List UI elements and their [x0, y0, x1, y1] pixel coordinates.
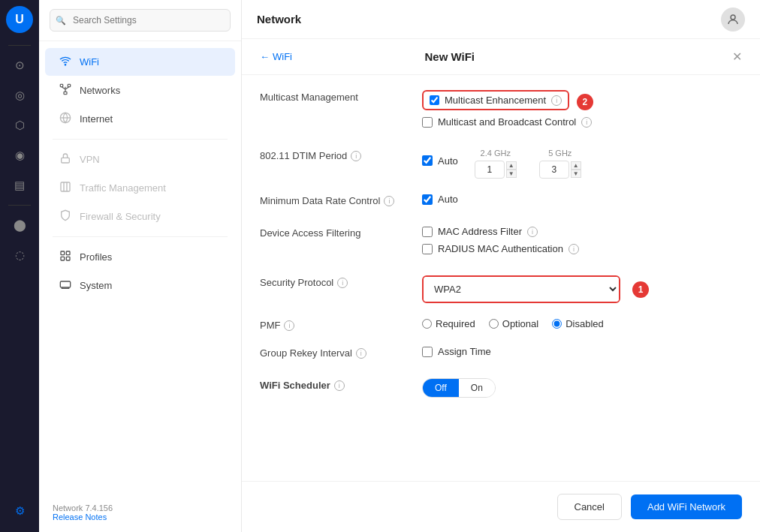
multicast-broadcast-info-icon[interactable]: i [581, 117, 592, 128]
settings-gear-icon[interactable]: ⚙ [6, 497, 33, 524]
user-avatar[interactable] [721, 8, 745, 32]
group-rekey-row: Group Rekey Interval i Assign Time [260, 346, 742, 363]
mac-filter-info-icon[interactable]: i [527, 227, 538, 237]
pmf-required-radio[interactable] [422, 319, 432, 329]
radius-mac-row: RADIUS MAC Authentication i [422, 243, 742, 254]
min-data-auto-checkbox[interactable] [422, 194, 433, 205]
form-area: ← WiFi New WiFi ✕ Multicast Management M… [242, 39, 760, 532]
security-protocol-control: WPA2 WPA3 WPA2/WPA3 Open 1 [422, 275, 742, 303]
group-rekey-info-icon[interactable]: i [356, 348, 366, 359]
pmf-disabled-radio[interactable] [552, 319, 562, 329]
radius-mac-label: RADIUS MAC Authentication [438, 243, 563, 254]
multicast-management-control: Multicast Enhancement i 2 Multicast and … [422, 90, 742, 134]
scheduler-on-button[interactable]: On [459, 379, 495, 397]
security-protocol-highlight-box: WPA2 WPA3 WPA2/WPA3 Open [422, 275, 620, 303]
svg-rect-10 [61, 182, 70, 191]
security-protocol-row: Security Protocol i WPA2 WPA3 WPA2/WPA3 … [260, 275, 742, 303]
svg-rect-3 [64, 92, 67, 94]
topology-icon[interactable]: ⬡ [6, 112, 33, 139]
network-icon [59, 83, 72, 98]
dtim-auto-checkbox[interactable] [422, 155, 433, 166]
multicast-management-row: Multicast Management Multicast Enhanceme… [260, 90, 742, 134]
assign-time-row: Assign Time [422, 346, 742, 357]
pmf-info-icon[interactable]: i [284, 320, 294, 331]
sidebar-item-profiles[interactable]: Profiles [45, 243, 235, 271]
add-wifi-button[interactable]: Add WiFi Network [631, 494, 742, 519]
min-data-rate-label: Minimum Data Rate Control i [260, 194, 410, 206]
cancel-button[interactable]: Cancel [557, 494, 622, 520]
multicast-broadcast-checkbox[interactable] [422, 117, 433, 128]
back-button[interactable]: ← WiFi [260, 51, 292, 62]
close-button[interactable]: ✕ [732, 50, 742, 64]
svg-rect-14 [66, 251, 70, 255]
mac-filter-row: MAC Address Filter i [422, 226, 742, 237]
svg-point-21 [731, 15, 735, 20]
security-shield-icon[interactable]: ⬤ [6, 212, 33, 239]
sidebar-item-vpn-label: VPN [80, 154, 100, 165]
svg-rect-2 [68, 84, 70, 86]
sidebar: WiFi Networks Internet [39, 0, 242, 532]
status-icon[interactable]: ◌ [6, 242, 33, 269]
sidebar-item-system-label: System [80, 280, 112, 291]
svg-point-0 [65, 65, 65, 65]
dtim-24ghz-label: 2.4 GHz [481, 149, 511, 158]
pmf-row: PMF i Required Optional [260, 318, 742, 331]
pmf-optional-radio[interactable] [489, 319, 499, 329]
min-data-rate-control: Auto [422, 194, 742, 211]
multicast-management-label: Multicast Management [260, 90, 410, 103]
form-body: Multicast Management Multicast Enhanceme… [242, 75, 760, 481]
release-notes-link[interactable]: Release Notes [53, 512, 107, 521]
dtim-5ghz-up[interactable]: ▲ [571, 161, 581, 170]
badge-2: 2 [577, 94, 593, 110]
assign-time-checkbox[interactable] [422, 347, 433, 357]
dtim-info-icon[interactable]: i [351, 151, 361, 161]
dtim-5ghz-input[interactable]: 3 [539, 161, 569, 179]
system-icon [59, 278, 72, 293]
pmf-required-option[interactable]: Required [422, 318, 475, 329]
sidebar-item-wifi[interactable]: WiFi [45, 48, 235, 76]
dtim-5ghz-spinners: ▲ ▼ [571, 161, 581, 178]
panel-title: New WiFi [424, 50, 475, 63]
reports-icon[interactable]: ▤ [6, 172, 33, 199]
search-input[interactable] [50, 9, 231, 32]
pmf-label: PMF i [260, 318, 410, 331]
dtim-5ghz-label: 5 GHz [548, 149, 572, 158]
dtim-24ghz-input[interactable]: 1 [475, 161, 505, 179]
sidebar-item-traffic: Traffic Management [45, 174, 235, 202]
top-bar: Network [242, 0, 760, 39]
dtim-24ghz-down[interactable]: ▼ [506, 170, 517, 178]
dashboard-icon[interactable]: ⊙ [6, 52, 33, 79]
sidebar-item-internet[interactable]: Internet [45, 105, 235, 133]
sidebar-item-networks[interactable]: Networks [45, 77, 235, 104]
radius-mac-info-icon[interactable]: i [568, 244, 579, 254]
mac-filter-checkbox[interactable] [422, 227, 433, 237]
pmf-disabled-option[interactable]: Disabled [552, 318, 604, 329]
multicast-enhancement-info-icon[interactable]: i [551, 95, 562, 106]
version-text: Network 7.4.156 [53, 503, 228, 512]
scheduler-off-button[interactable]: Off [423, 379, 459, 397]
svg-rect-16 [66, 257, 70, 260]
location-icon[interactable]: ◉ [6, 142, 33, 169]
nav-divider-1 [53, 139, 228, 140]
sidebar-item-system[interactable]: System [45, 272, 235, 299]
svg-rect-17 [60, 281, 70, 287]
activity-icon[interactable]: ◎ [6, 82, 33, 109]
device-access-label: Device Access Filtering [260, 226, 410, 239]
min-data-auto-label: Auto [438, 194, 458, 205]
mac-filter-label: MAC Address Filter [438, 226, 522, 237]
wifi-scheduler-control: Off On [422, 378, 742, 398]
wifi-scheduler-info-icon[interactable]: i [334, 380, 345, 391]
dtim-label: 802.11 DTIM Period i [260, 149, 410, 161]
dtim-24ghz-up[interactable]: ▲ [506, 161, 517, 170]
radius-mac-checkbox[interactable] [422, 244, 433, 254]
sidebar-item-firewall: Firewall & Security [45, 203, 235, 230]
security-protocol-select[interactable]: WPA2 WPA3 WPA2/WPA3 Open [424, 277, 619, 302]
sidebar-item-profiles-label: Profiles [80, 251, 112, 263]
pmf-optional-option[interactable]: Optional [489, 318, 538, 329]
min-data-rate-info-icon[interactable]: i [384, 196, 394, 206]
security-protocol-info-icon[interactable]: i [337, 278, 348, 288]
multicast-enhancement-checkbox[interactable] [430, 95, 439, 105]
sidebar-nav: WiFi Networks Internet [39, 41, 241, 306]
main-content: Network ← WiFi New WiFi ✕ Multicast Mana… [242, 0, 760, 532]
dtim-5ghz-down[interactable]: ▼ [571, 170, 581, 178]
